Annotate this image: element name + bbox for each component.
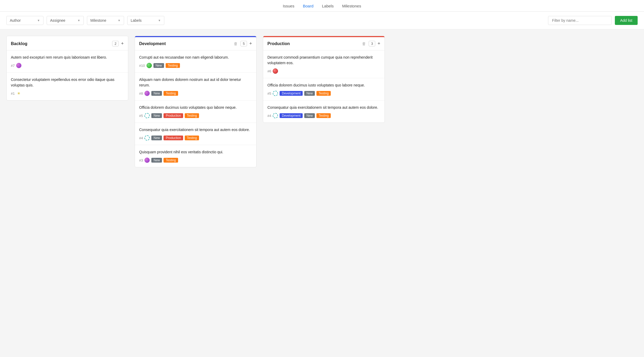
card-meta: #8 ✳ New Testing [139, 91, 252, 96]
backlog-title: Backlog [11, 41, 112, 46]
card-number: #4 [139, 136, 143, 140]
card-number: #8 [139, 92, 143, 95]
avatar: ✳ [147, 63, 152, 68]
dev-header: Development 🗑 5 + [135, 36, 256, 50]
avatar: ○ [144, 135, 150, 141]
column-production: Production 🗑 3 + Deserunt commodi praese… [263, 36, 385, 123]
add-list-button[interactable]: Add list [615, 16, 638, 25]
badge-new: New [151, 136, 162, 140]
badge-production: Production [164, 113, 183, 118]
badge-testing: Testing [185, 136, 199, 140]
badge-testing: Testing [166, 63, 180, 68]
dev-body: Corrupti aut ea recusandae non nam elige… [135, 50, 256, 167]
labels-filter[interactable]: Labels ▼ [127, 16, 164, 25]
dev-trash-icon[interactable]: 🗑 [234, 41, 238, 46]
card-meta: #6 ✳ [267, 68, 380, 74]
prod-trash-icon[interactable]: 🗑 [362, 41, 366, 46]
card-meta: #3 ✳ New Testing [139, 158, 252, 163]
card-number: #6 [267, 69, 271, 73]
badge-testing: Testing [316, 91, 331, 96]
badge-testing: Testing [316, 113, 331, 118]
card-dev-4: Consequatur quia exercitationem sit temp… [135, 123, 256, 145]
card-dev-10: Corrupti aut ea recusandae non nam elige… [135, 50, 256, 73]
card-meta: #5 ○ New Production Testing [139, 113, 252, 118]
card-meta: #1 ✳ [11, 91, 124, 96]
prod-title: Production [267, 41, 362, 46]
card-dev-3: Quisquam provident nihil eos veritatis d… [135, 145, 256, 167]
badge-new: New [151, 158, 162, 163]
card-prod-5: Officia dolorem ducimus iusto voluptates… [263, 78, 385, 101]
avatar: ○ [273, 91, 278, 96]
author-chevron: ▼ [37, 19, 40, 22]
prod-header: Production 🗑 3 + [263, 36, 385, 50]
badge-new: New [151, 113, 162, 118]
badge-development: Development [280, 113, 303, 118]
backlog-body: Autem sed excepturi rem rerum quis labor… [7, 50, 128, 100]
column-development: Development 🗑 5 + Corrupti aut ea recusa… [135, 36, 257, 167]
card-number: #7 [11, 64, 15, 68]
backlog-header: Backlog 2 + [7, 36, 128, 50]
assignee-filter[interactable]: Assignee ▼ [47, 16, 84, 25]
dev-title: Development [139, 41, 234, 46]
badge-development: Development [280, 91, 303, 96]
prod-body: Deserunt commodi praesentium cumque quia… [263, 50, 385, 123]
prod-add-button[interactable]: + [377, 41, 380, 46]
author-label: Author [10, 18, 21, 23]
card-meta: #4 ○ Development New Testing [267, 113, 380, 118]
card-number: #5 [139, 114, 143, 118]
avatar: ✳ [16, 91, 21, 96]
badge-production: Production [164, 136, 183, 140]
filter-search-input[interactable] [548, 16, 612, 25]
card-title: Consectetur voluptatem repellendus eos e… [11, 77, 124, 88]
column-backlog: Backlog 2 + Autem sed excepturi rem reru… [6, 36, 128, 101]
card-title: Quisquam provident nihil eos veritatis d… [139, 149, 252, 155]
backlog-add-button[interactable]: + [121, 41, 124, 46]
board: Backlog 2 + Autem sed excepturi rem reru… [0, 29, 644, 352]
nav-milestones[interactable]: Milestones [342, 4, 361, 8]
card-title: Aliquam nam dolores dolorem nostrum aut … [139, 77, 252, 88]
card-title: Corrupti aut ea recusandae non nam elige… [139, 55, 252, 60]
card-number: #5 [267, 92, 271, 95]
card-meta: #7 ✳ [11, 63, 124, 68]
avatar: ✳ [144, 158, 150, 163]
milestone-chevron: ▼ [118, 19, 121, 22]
nav-issues[interactable]: Issues [283, 4, 294, 8]
badge-new: New [151, 91, 162, 96]
dev-count: 5 [240, 41, 247, 46]
card-meta: #4 ○ New Production Testing [139, 135, 252, 141]
card-number: #1 [11, 92, 15, 95]
card-meta: #10 ✳ New Testing [139, 63, 252, 68]
avatar: ✳ [144, 91, 150, 96]
labels-chevron: ▼ [158, 19, 161, 22]
avatar: ○ [273, 113, 278, 118]
milestone-label: Milestone [90, 18, 106, 23]
card-title: Officia dolorem ducimus iusto voluptates… [267, 82, 380, 88]
milestone-filter[interactable]: Milestone ▼ [87, 16, 124, 25]
avatar: ✳ [273, 68, 278, 74]
card-prod-4: Consequatur quia exercitationem sit temp… [263, 101, 385, 123]
nav-board[interactable]: Board [303, 4, 314, 8]
card-number: #10 [139, 64, 145, 68]
filter-bar: Author ▼ Assignee ▼ Milestone ▼ Labels ▼… [0, 12, 644, 29]
card-title: Autem sed excepturi rem rerum quis labor… [11, 55, 124, 60]
assignee-chevron: ▼ [77, 19, 80, 22]
labels-label: Labels [131, 18, 142, 23]
badge-testing: Testing [185, 113, 199, 118]
author-filter[interactable]: Author ▼ [6, 16, 43, 25]
avatar: ○ [144, 113, 150, 118]
dev-add-button[interactable]: + [249, 41, 252, 46]
badge-new: New [304, 113, 315, 118]
card-title: Consequatur quia exercitationem sit temp… [139, 127, 252, 133]
badge-testing: Testing [164, 158, 178, 163]
card-number: #4 [267, 114, 271, 118]
card-dev-8: Aliquam nam dolores dolorem nostrum aut … [135, 73, 256, 101]
card-dev-5: Officia dolorem ducimus iusto voluptates… [135, 101, 256, 123]
card-prod-6: Deserunt commodi praesentium cumque quia… [263, 50, 385, 78]
card-meta: #5 ○ Development New Testing [267, 91, 380, 96]
top-nav: Issues Board Labels Milestones [0, 0, 644, 12]
badge-new: New [304, 91, 315, 96]
card-number: #3 [139, 158, 143, 162]
assignee-label: Assignee [50, 18, 65, 23]
nav-labels[interactable]: Labels [322, 4, 334, 8]
card-title: Deserunt commodi praesentium cumque quia… [267, 55, 380, 66]
